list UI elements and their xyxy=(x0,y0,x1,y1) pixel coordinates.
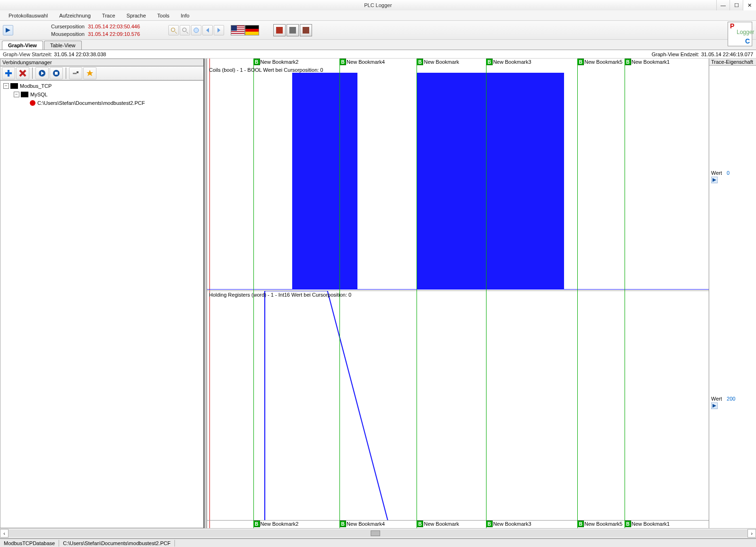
titlebar: PLC Logger — ☐ ✕ xyxy=(0,0,756,10)
bookmark-label: New Bookmark1 xyxy=(632,521,670,527)
tree-expander[interactable]: − xyxy=(3,83,9,89)
tree-expander[interactable]: − xyxy=(14,92,19,97)
bookmark-marker[interactable]: BNew Bookmark1 xyxy=(625,59,670,65)
bookmark-marker[interactable]: BNew Bookmark2 xyxy=(253,59,299,65)
bookmark-icon: B xyxy=(339,59,346,65)
grey-square-icon xyxy=(289,27,296,34)
scroll-right-button[interactable]: › xyxy=(747,529,756,538)
bool-high-region xyxy=(486,73,565,290)
plot2-play-button[interactable] xyxy=(711,402,718,409)
nav-next-button[interactable] xyxy=(214,25,224,35)
stop-button[interactable] xyxy=(50,67,63,79)
add-connection-button[interactable] xyxy=(2,67,15,79)
bookmark-marker[interactable]: BNew Bookmark4 xyxy=(339,521,385,527)
play-icon xyxy=(713,178,716,182)
bookmark-icon: B xyxy=(417,59,423,65)
plot-coils[interactable]: Coils (bool) - 1 - BOOL Wert bei Cursorp… xyxy=(207,66,709,291)
menu-info[interactable]: Info xyxy=(175,11,195,20)
svg-point-3 xyxy=(182,28,186,32)
bookmark-icon: B xyxy=(253,59,260,65)
graph-pane: BNew Bookmark2BNew Bookmark4BNew Bookmar… xyxy=(204,59,756,528)
toolbar: Curserposition 31.05.14 22:03:50.446 Mou… xyxy=(0,21,756,40)
horizontal-scrollbar[interactable]: ‹ › xyxy=(0,528,756,538)
bookmark-marker[interactable]: BNew Bookmark4 xyxy=(339,59,385,65)
bookmark-label: New Bookmark2 xyxy=(261,59,299,65)
bookmark-icon: B xyxy=(339,521,346,527)
plot-registers-title: Holding Registers (word) - 1 - Int16 Wer… xyxy=(209,292,351,298)
menu-aufzeichnung[interactable]: Aufzeichnung xyxy=(53,11,96,20)
plus-icon xyxy=(4,69,13,77)
flag-us-icon[interactable] xyxy=(231,25,245,35)
tree-file-label[interactable]: C:\Users\Stefan\Documents\modbustest2.PC… xyxy=(37,100,145,106)
record-controls xyxy=(273,24,312,36)
bookmark-label: New Bookmark4 xyxy=(347,59,385,65)
bookmark-marker[interactable]: BNew Bookmark3 xyxy=(486,521,531,527)
tool-hammer-button[interactable] xyxy=(69,67,82,79)
menu-sprache[interactable]: Sprache xyxy=(121,11,152,20)
time-strip: Graph-View Startzeit: 31.05.14 22:03:38.… xyxy=(0,50,756,59)
tab-table-view[interactable]: Table-View xyxy=(44,41,82,50)
logo-l: Logger xyxy=(737,29,754,35)
bookmark-icon: B xyxy=(577,521,584,527)
connection-tree[interactable]: − Modbus_TCP − MySQL C:\Users\Stefan\Doc… xyxy=(0,80,204,528)
delete-connection-button[interactable] xyxy=(16,67,29,79)
svg-marker-19 xyxy=(713,178,716,182)
tool-star-button[interactable] xyxy=(83,67,96,79)
status-database: ModbusTCPDatabase xyxy=(0,540,59,547)
end-time-label: Graph-View Endzeit: xyxy=(652,51,699,57)
logo-c: C xyxy=(745,37,750,45)
start-button[interactable] xyxy=(35,67,49,79)
svg-line-2 xyxy=(175,32,177,34)
plot-coils-title: Coils (bool) - 1 - BOOL Wert bei Cursorp… xyxy=(209,67,323,73)
plot-holding-registers[interactable]: Holding Registers (word) - 1 - Int16 Wer… xyxy=(207,291,709,521)
close-button[interactable]: ✕ xyxy=(743,0,756,10)
main-content: Verbindungsmanager − Modbus_TCP − MySQL xyxy=(0,59,756,528)
cursor-position-label: Curserposition xyxy=(51,24,88,29)
bookmark-line xyxy=(486,59,487,528)
x-icon xyxy=(18,69,27,77)
bookmark-label: New Bookmark3 xyxy=(493,59,531,65)
bookmark-marker[interactable]: BNew Bookmark xyxy=(417,521,459,527)
plot1-play-button[interactable] xyxy=(711,177,718,183)
line-chart xyxy=(207,291,709,520)
arrow-right-icon xyxy=(216,27,222,34)
scroll-track[interactable] xyxy=(9,530,747,537)
connection-manager-toolbar xyxy=(0,66,204,80)
bookmark-marker[interactable]: BNew Bookmark1 xyxy=(625,521,670,527)
minimize-button[interactable]: — xyxy=(716,0,730,10)
record-red-button[interactable] xyxy=(273,24,286,36)
tab-graph-view[interactable]: Graph-View xyxy=(2,41,43,50)
flag-de-icon[interactable] xyxy=(245,25,259,35)
menu-trace[interactable]: Trace xyxy=(96,11,121,20)
record-grey-button[interactable] xyxy=(287,24,299,36)
scroll-thumb[interactable] xyxy=(371,530,380,536)
bookmark-marker[interactable]: BNew Bookmark xyxy=(417,59,459,65)
nav-prev-button[interactable] xyxy=(202,25,213,35)
play-button[interactable] xyxy=(3,25,13,35)
tree-root-label[interactable]: Modbus_TCP xyxy=(20,83,52,89)
zoom-out-button[interactable] xyxy=(180,25,190,35)
mouse-position-value: 31.05.14 22:09:10.576 xyxy=(88,31,140,37)
bookmark-marker[interactable]: BNew Bookmark3 xyxy=(486,59,531,65)
plots-area[interactable]: BNew Bookmark2BNew Bookmark4BNew Bookmar… xyxy=(207,59,709,528)
maximize-button[interactable]: ☐ xyxy=(730,0,743,10)
arrow-left-icon xyxy=(204,27,211,34)
bookmark-marker[interactable]: BNew Bookmark5 xyxy=(577,521,623,527)
play-icon xyxy=(713,404,716,408)
menu-protokollauswahl[interactable]: Protokollauswahl xyxy=(3,11,53,20)
tree-child-label[interactable]: MySQL xyxy=(30,92,48,97)
star-icon xyxy=(86,69,94,77)
status-filepath: C:\Users\Stefan\Documents\modbustest2.PC… xyxy=(59,540,174,547)
bookmark-label: New Bookmark5 xyxy=(584,521,623,527)
zoom-fit-button[interactable] xyxy=(191,25,201,35)
bookmark-marker[interactable]: BNew Bookmark2 xyxy=(253,521,299,527)
menu-tools[interactable]: Tools xyxy=(152,11,175,20)
toolbar-separator xyxy=(32,68,33,79)
scroll-left-button[interactable]: ‹ xyxy=(0,529,9,538)
zoom-in-button[interactable] xyxy=(168,25,179,35)
record-dark-button[interactable] xyxy=(300,24,312,36)
language-flags xyxy=(231,25,259,35)
bookmark-marker[interactable]: BNew Bookmark5 xyxy=(577,59,623,65)
status-bar: ModbusTCPDatabase C:\Users\Stefan\Docume… xyxy=(0,538,756,547)
start-time-label: Graph-View Startzeit: xyxy=(3,51,52,57)
